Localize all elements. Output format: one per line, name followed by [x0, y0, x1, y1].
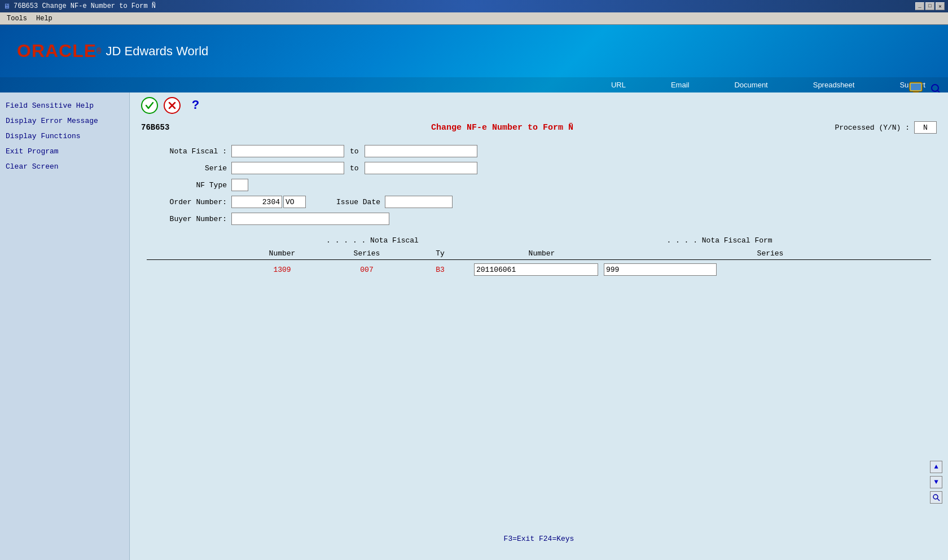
nf-type-row: NF Type [141, 179, 937, 191]
oracle-brand: ORACLE [17, 41, 96, 61]
processed-area: Processed (Y/N) : [835, 121, 937, 134]
svg-line-9 [937, 499, 940, 501]
sidebar-item-exit-program[interactable]: Exit Program [0, 144, 129, 159]
data-series: 007 [327, 266, 406, 274]
menu-help[interactable]: Help [32, 14, 57, 24]
serie-row: Serie to [141, 162, 937, 174]
sidebar-item-display-functions[interactable]: Display Functions [0, 129, 129, 144]
buyer-number-row: Buyer Number: [141, 213, 937, 225]
window-controls: _ □ ✕ [915, 2, 945, 10]
jde-subtitle: JD Edwards World [106, 44, 209, 59]
serie-label: Serie [141, 164, 231, 173]
col-header-number: Number [237, 249, 327, 258]
main-container: Field Sensitive Help Display Error Messa… [0, 92, 948, 560]
sidebar: Field Sensitive Help Display Error Messa… [0, 92, 130, 560]
right-section-header: . . . . Nota Fiscal Form [508, 236, 931, 245]
left-section-header: . . . . . Nota Fiscal [237, 236, 508, 245]
confirm-button[interactable] [141, 97, 158, 114]
nota-fiscal-from-input[interactable] [231, 145, 344, 157]
scroll-down-icon[interactable]: ▼ [930, 476, 942, 488]
cancel-button[interactable] [164, 97, 181, 114]
maximize-button[interactable]: □ [925, 2, 934, 10]
form-code: 76B653 [141, 123, 169, 132]
svg-point-4 [932, 85, 938, 91]
title-text: 🖥 76B653 Change NF-e Number to Form Ñ [3, 2, 156, 11]
title-bar: 🖥 76B653 Change NF-e Number to Form Ñ _ … [0, 0, 948, 12]
toolbar: ? [130, 92, 948, 118]
nf-type-input[interactable] [231, 179, 248, 191]
nav-spreadsheet[interactable]: Spreadsheet [813, 81, 855, 89]
right-scroll-icons: ▲ ▼ [930, 461, 942, 504]
content-area: ? 76B653 Change NF-e Number to Form Ñ Pr… [130, 92, 948, 560]
nf-type-label: NF Type [141, 181, 231, 189]
close-button[interactable]: ✕ [936, 2, 945, 10]
data-type: B3 [406, 266, 474, 274]
section-headers: . . . . . Nota Fiscal . . . . Nota Fisca… [147, 236, 931, 245]
form-title-row: 76B653 Change NF-e Number to Form Ñ Proc… [141, 121, 937, 134]
serie-from-input[interactable] [231, 162, 344, 174]
sidebar-item-field-sensitive-help[interactable]: Field Sensitive Help [0, 98, 129, 113]
menu-tools[interactable]: Tools [2, 14, 32, 24]
nav-url[interactable]: URL [611, 81, 626, 89]
issue-date-input[interactable] [385, 196, 453, 208]
bottom-bar: F3=Exit F24=Keys [130, 535, 948, 543]
sidebar-item-clear-screen[interactable]: Clear Screen [0, 159, 129, 174]
col-header-ty: Ty [406, 249, 474, 258]
svg-point-8 [933, 495, 938, 499]
oracle-registered: ® [96, 47, 101, 56]
minimize-button[interactable]: _ [915, 2, 924, 10]
data-number: 1309 [237, 266, 327, 274]
nav-email[interactable]: Email [671, 81, 690, 89]
svg-rect-1 [911, 83, 921, 90]
function-keys-label: F3=Exit F24=Keys [504, 535, 574, 543]
oracle-logo: ORACLE ® JD Edwards World [17, 41, 208, 61]
nota-fiscal-label: Nota Fiscal : [141, 147, 231, 156]
zoom-icon[interactable] [930, 491, 942, 504]
form-number-input[interactable] [474, 263, 598, 276]
sidebar-item-display-error-message[interactable]: Display Error Message [0, 113, 129, 129]
data-section: . . . . . Nota Fiscal . . . . Nota Fisca… [141, 236, 937, 276]
scroll-up-icon[interactable]: ▲ [930, 461, 942, 473]
help-button[interactable]: ? [192, 99, 199, 113]
serie-to-label: to [350, 164, 359, 173]
order-number-input1[interactable] [231, 196, 282, 208]
col-header-form-series: Series [609, 249, 931, 258]
menu-bar: Tools Help [0, 12, 948, 25]
processed-input[interactable] [914, 121, 937, 134]
data-row: 1309 007 B3 [147, 263, 931, 276]
window-title: 76B653 Change NF-e Number to Form Ñ [14, 2, 156, 10]
nav-document[interactable]: Document [734, 81, 767, 89]
order-number-input2[interactable] [283, 196, 306, 208]
title-icon: 🖥 [3, 2, 10, 11]
processed-label: Processed (Y/N) : [835, 124, 910, 132]
order-number-row: Order Number: Issue Date [141, 196, 937, 208]
form-series-input[interactable] [604, 263, 717, 276]
serie-to-input[interactable] [365, 162, 477, 174]
nota-fiscal-to-input[interactable] [365, 145, 477, 157]
buyer-number-label: Buyer Number: [141, 215, 231, 223]
column-headers: Number Series Ty Number Series [147, 249, 931, 260]
col-header-series: Series [327, 249, 406, 258]
nota-fiscal-row: Nota Fiscal : to [141, 145, 937, 157]
form-title: Change NF-e Number to Form Ñ [169, 123, 835, 133]
col-header-form-number: Number [474, 249, 609, 258]
form-area: 76B653 Change NF-e Number to Form Ñ Proc… [130, 118, 948, 287]
oracle-logo-area: ORACLE ® JD Edwards World [0, 25, 948, 77]
order-number-label: Order Number: [141, 198, 231, 206]
buyer-number-input[interactable] [231, 213, 389, 225]
nav-bar: URL Email Document Spreadsheet Support [0, 77, 948, 92]
oracle-header: ORACLE ® JD Edwards World URL Email Docu… [0, 25, 948, 92]
nota-fiscal-to-label: to [350, 147, 359, 156]
issue-date-label: Issue Date [317, 198, 385, 206]
